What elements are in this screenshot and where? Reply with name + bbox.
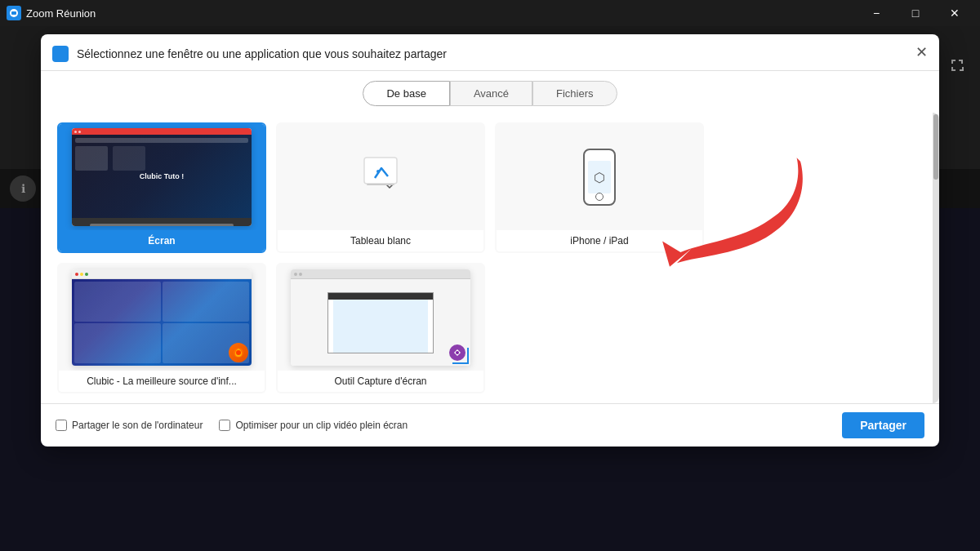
- tab-advanced[interactable]: Avancé: [450, 81, 532, 106]
- dialog-tabs: De base Avancé Fichiers: [41, 71, 939, 113]
- screen-thumbnail: Clubic Tuto !: [72, 128, 252, 226]
- dialog-close-button[interactable]: ✕: [915, 45, 928, 60]
- svg-point-12: [456, 351, 459, 354]
- share-item-screenshot[interactable]: Outil Capture d'écran: [276, 263, 485, 393]
- share-item-whiteboard[interactable]: Tableau blanc: [276, 122, 485, 253]
- optimize-label: Optimiser pour un clip vidéo plein écran: [235, 420, 408, 431]
- share-item-clubic[interactable]: Clubic - La meilleure source d'inf...: [57, 263, 266, 393]
- share-item-iphone[interactable]: ⬡ iPhone / iPad: [495, 122, 704, 253]
- iphone-label: iPhone / iPad: [497, 230, 702, 251]
- dialog-title: Sélectionnez une fenêtre ou une applicat…: [77, 47, 447, 60]
- app-title: Zoom Réunion: [26, 7, 96, 20]
- screenshot-label: Outil Capture d'écran: [278, 371, 483, 392]
- share-button[interactable]: Partager: [842, 412, 924, 438]
- arrow-area: [714, 122, 923, 253]
- minimize-button[interactable]: −: [858, 0, 895, 26]
- optimize-checkbox-group: Optimiser pour un clip vidéo plein écran: [219, 420, 408, 431]
- sound-label: Partager le son de l'ordinateur: [72, 420, 203, 431]
- scrollbar-thumb: [933, 114, 938, 180]
- titlebar-left: Zoom Réunion: [7, 6, 96, 20]
- svg-point-7: [376, 170, 380, 173]
- close-button[interactable]: ✕: [936, 0, 973, 26]
- share-dialog: Sélectionnez une fenêtre ou une applicat…: [41, 34, 939, 447]
- tab-basic[interactable]: De base: [363, 81, 449, 106]
- tab-files[interactable]: Fichiers: [532, 81, 617, 106]
- whiteboard-icon: [360, 153, 401, 202]
- svg-point-10: [236, 350, 241, 355]
- share-item-screen[interactable]: Clubic Tuto ! Écran: [57, 122, 266, 253]
- iphone-icon: ⬡: [583, 149, 616, 206]
- dialog-zoom-icon: [52, 46, 69, 62]
- sound-checkbox[interactable]: [56, 420, 67, 431]
- maximize-button[interactable]: □: [897, 0, 934, 26]
- dialog-scrollbar[interactable]: [933, 113, 939, 403]
- dialog-overlay: Sélectionnez une fenêtre ou une applicat…: [0, 26, 980, 551]
- share-grid: Clubic Tuto ! Écran: [41, 113, 939, 403]
- screen-preview: Clubic Tuto !: [59, 124, 265, 230]
- svg-rect-1: [11, 11, 16, 15]
- svg-rect-8: [367, 184, 394, 185]
- dialog-header: Sélectionnez une fenêtre ou une applicat…: [41, 34, 939, 71]
- firefox-icon: [229, 343, 248, 362]
- optimize-checkbox[interactable]: [219, 420, 230, 431]
- dialog-footer: Partager le son de l'ordinateur Optimise…: [41, 403, 939, 447]
- titlebar: Zoom Réunion − □ ✕: [0, 0, 980, 26]
- browser-thumbnail: [72, 269, 252, 366]
- whiteboard-preview: [278, 124, 483, 230]
- window-controls: − □ ✕: [858, 0, 973, 26]
- screenshot-tool-icon: [448, 343, 467, 362]
- zoom-app-icon: [7, 6, 21, 20]
- sound-checkbox-group: Partager le son de l'ordinateur: [56, 420, 203, 431]
- screen-content-label: Clubic Tuto !: [140, 172, 184, 180]
- clubic-preview: [59, 264, 265, 371]
- clubic-label: Clubic - La meilleure source d'inf...: [59, 371, 265, 392]
- screenshot-preview: [278, 264, 483, 371]
- screenshot-thumbnail: [291, 269, 470, 366]
- iphone-preview: ⬡: [497, 124, 702, 230]
- screen-label: Écran: [59, 230, 265, 251]
- whiteboard-label: Tableau blanc: [278, 230, 483, 251]
